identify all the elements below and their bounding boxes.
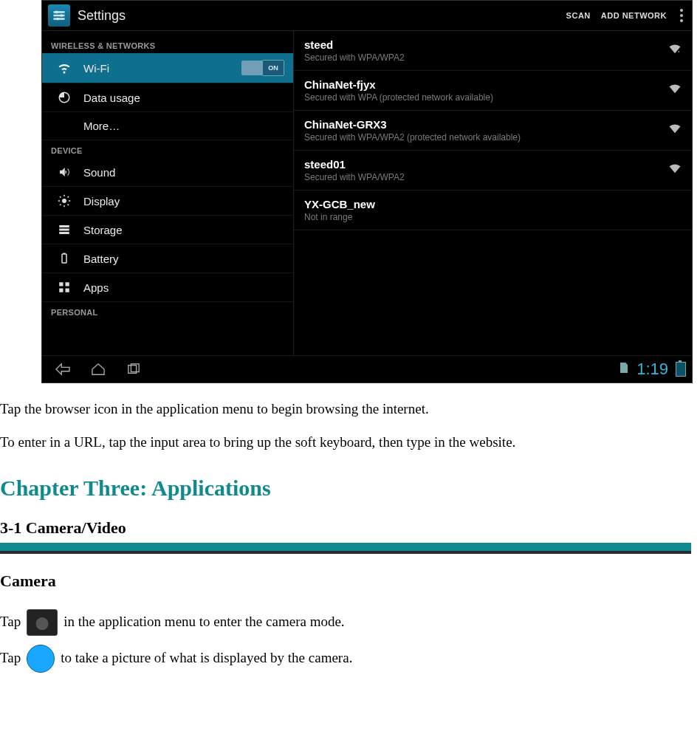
status-clock: 1:19 xyxy=(636,360,668,379)
sidebar-item-battery[interactable]: Battery xyxy=(42,244,293,273)
network-name: YX-GCB_new xyxy=(304,198,682,210)
sidebar-item-label: Display xyxy=(83,195,120,208)
svg-rect-22 xyxy=(59,289,63,292)
wifi-toggle-state: ON xyxy=(262,60,284,76)
wifi-network-list: steed Secured with WPA/WPA2 ChinaNet-fjy… xyxy=(294,31,692,355)
camera-app-icon xyxy=(27,609,58,636)
svg-rect-15 xyxy=(59,225,69,227)
network-name: steed xyxy=(304,38,668,51)
overflow-menu-icon[interactable] xyxy=(677,6,686,25)
section-personal-label: PERSONAL xyxy=(42,302,293,320)
display-icon xyxy=(57,194,72,208)
sdcard-status-icon xyxy=(619,361,629,377)
sidebar-item-more[interactable]: More… xyxy=(42,112,293,140)
svg-point-3 xyxy=(55,11,58,14)
svg-line-14 xyxy=(68,196,69,198)
sidebar-item-data-usage[interactable]: Data usage xyxy=(42,83,293,112)
svg-line-11 xyxy=(60,196,61,198)
sidebar-item-label: More… xyxy=(83,120,120,132)
home-button[interactable] xyxy=(83,360,113,378)
sound-icon xyxy=(57,165,72,179)
svg-rect-19 xyxy=(64,253,66,255)
recents-button[interactable] xyxy=(119,360,148,378)
wifi-network-row[interactable]: steed01 Secured with WPA/WPA2 xyxy=(294,151,692,191)
svg-rect-25 xyxy=(679,51,680,52)
android-settings-screenshot: Settings SCAN ADD NETWORK WIRELESS & NET… xyxy=(41,0,693,383)
settings-sidebar: WIRELESS & NETWORKS Wi-Fi ON Data usage … xyxy=(42,31,294,355)
svg-rect-16 xyxy=(59,229,69,231)
svg-line-12 xyxy=(68,205,69,206)
wifi-network-row[interactable]: YX-GCB_new Not in range xyxy=(294,191,692,230)
document-body: Tap the browser icon in the application … xyxy=(0,383,700,711)
sidebar-item-label: Storage xyxy=(83,224,123,236)
apps-icon xyxy=(57,281,72,294)
subsection-heading: Camera xyxy=(0,570,691,593)
sidebar-item-wifi[interactable]: Wi-Fi ON xyxy=(42,53,293,83)
instruction-line-camera: Tap in the application menu to enter the… xyxy=(0,609,691,636)
instruction-line-shutter: Tap to take a picture of what is display… xyxy=(0,645,691,673)
svg-rect-21 xyxy=(66,282,69,286)
sidebar-item-storage[interactable]: Storage xyxy=(42,216,293,244)
network-security: Secured with WPA (protected network avai… xyxy=(304,92,668,103)
wifi-toggle[interactable]: ON xyxy=(241,61,284,75)
paragraph: To enter in a URL, tap the input area to… xyxy=(0,433,691,453)
network-security: Secured with WPA/WPA2 (protected network… xyxy=(304,132,668,143)
scan-button[interactable]: SCAN xyxy=(566,11,591,20)
wifi-network-row[interactable]: ChinaNet-fjyx Secured with WPA (protecte… xyxy=(294,71,692,111)
sidebar-item-display[interactable]: Display xyxy=(42,187,293,216)
network-security: Not in range xyxy=(304,212,682,222)
svg-point-4 xyxy=(61,14,64,17)
svg-point-5 xyxy=(57,18,60,21)
shutter-button-icon xyxy=(27,645,55,673)
app-title: Settings xyxy=(78,8,126,24)
section-device-label: DEVICE xyxy=(42,140,293,158)
battery-icon xyxy=(57,252,72,265)
action-bar: Settings SCAN ADD NETWORK xyxy=(42,1,692,31)
add-network-button[interactable]: ADD NETWORK xyxy=(601,11,667,20)
storage-icon xyxy=(57,223,72,236)
svg-rect-17 xyxy=(59,232,69,234)
data-usage-icon xyxy=(57,91,72,104)
sidebar-item-label: Apps xyxy=(83,281,109,294)
svg-rect-23 xyxy=(66,289,69,292)
sidebar-item-label: Sound xyxy=(83,166,115,179)
sidebar-item-apps[interactable]: Apps xyxy=(42,273,293,302)
svg-rect-20 xyxy=(59,282,63,286)
network-security: Secured with WPA/WPA2 xyxy=(304,52,668,63)
back-button[interactable] xyxy=(48,360,78,378)
text-post: to take a picture of what is displayed b… xyxy=(61,648,352,668)
sidebar-item-sound[interactable]: Sound xyxy=(42,158,293,187)
network-security: Secured with WPA/WPA2 xyxy=(304,172,668,182)
wifi-signal-icon xyxy=(668,84,682,97)
wifi-icon xyxy=(57,61,72,75)
text-pre: Tap xyxy=(0,612,21,632)
section-heading: 3-1 Camera/Video xyxy=(0,517,691,540)
section-wireless-label: WIRELESS & NETWORKS xyxy=(42,35,293,53)
chapter-heading: Chapter Three: Applications xyxy=(0,473,691,504)
network-name: steed01 xyxy=(304,158,668,171)
wifi-signal-icon xyxy=(668,124,682,137)
system-nav-bar: 1:19 xyxy=(42,355,692,383)
sidebar-item-label: Battery xyxy=(83,253,119,265)
svg-rect-0 xyxy=(54,11,65,13)
wifi-signal-icon xyxy=(668,44,682,58)
section-divider xyxy=(0,543,691,554)
svg-rect-1 xyxy=(54,15,65,17)
svg-rect-18 xyxy=(62,254,66,263)
network-name: ChinaNet-GRX3 xyxy=(304,118,668,131)
svg-point-6 xyxy=(62,199,66,203)
network-name: ChinaNet-fjyx xyxy=(304,78,668,91)
wifi-network-row[interactable]: ChinaNet-GRX3 Secured with WPA/WPA2 (pro… xyxy=(294,111,692,151)
settings-app-icon xyxy=(48,4,70,27)
text-pre: Tap xyxy=(0,648,21,668)
wifi-network-row[interactable]: steed Secured with WPA/WPA2 xyxy=(294,31,692,71)
text-post: in the application menu to enter the cam… xyxy=(64,612,344,632)
battery-status-icon xyxy=(676,362,686,377)
paragraph: Tap the browser icon in the application … xyxy=(0,399,691,419)
wifi-signal-icon xyxy=(668,164,682,177)
sidebar-item-label: Wi-Fi xyxy=(83,62,109,75)
sidebar-item-label: Data usage xyxy=(83,92,140,104)
svg-line-13 xyxy=(60,205,61,206)
